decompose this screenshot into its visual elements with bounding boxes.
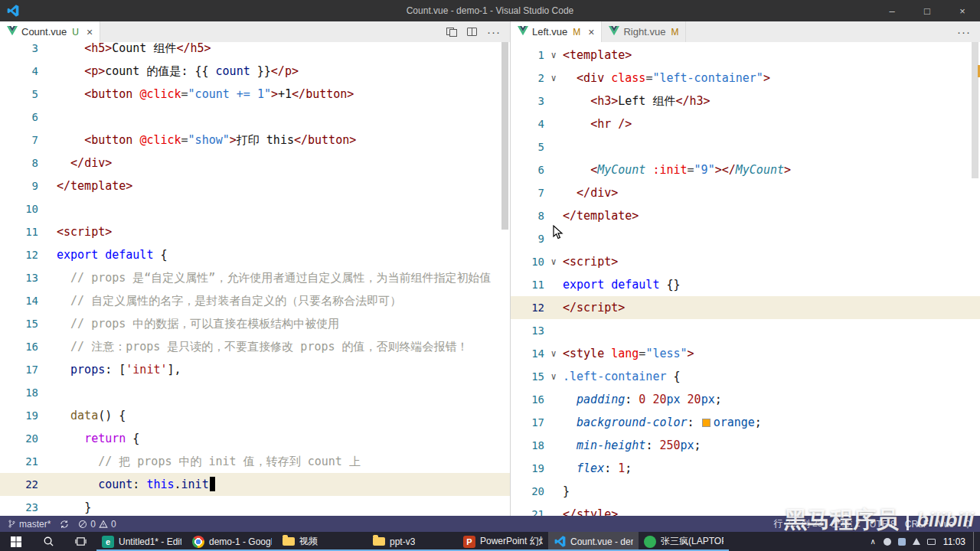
code-line-21[interactable]: 21</style>: [511, 503, 980, 516]
open-changes-icon[interactable]: [446, 28, 457, 37]
task-view-button[interactable]: [64, 532, 96, 551]
color-swatch-icon[interactable]: [702, 419, 710, 427]
editor-group-divider[interactable]: [510, 21, 511, 516]
fold-chevron-icon[interactable]: ∨: [544, 67, 563, 90]
code-line-3[interactable]: 3 <h5>Count 组件</h5>: [0, 42, 510, 60]
maximize-button[interactable]: □: [910, 0, 945, 21]
tray-icon[interactable]: [884, 538, 891, 546]
fold-chevron-icon[interactable]: ∨: [544, 250, 563, 273]
fold-chevron-icon[interactable]: ∨: [544, 365, 563, 388]
taskbar-app[interactable]: 视频: [277, 532, 368, 551]
notifications-bell-icon[interactable]: [963, 520, 972, 529]
problems-item[interactable]: 0 0: [78, 519, 116, 530]
code-line-23[interactable]: 23 }: [0, 496, 510, 516]
taskbar-app[interactable]: ppt-v3: [368, 532, 458, 551]
status-item[interactable]: CRLF: [905, 519, 929, 530]
code-line-9[interactable]: 9: [511, 227, 980, 250]
code-line-15[interactable]: 15∨.left-container {: [511, 365, 980, 388]
tab-left-vue[interactable]: Left.vue M ×: [511, 21, 602, 42]
code-line-13[interactable]: 13: [511, 319, 980, 342]
status-item[interactable]: 空格: 2: [831, 517, 860, 530]
minimize-button[interactable]: –: [874, 0, 910, 21]
status-item[interactable]: 行 22, 列 23: [773, 517, 822, 530]
fold-chevron-icon[interactable]: ∨: [544, 342, 563, 365]
code-line-10[interactable]: 10∨<script>: [511, 250, 980, 273]
taskbar-app[interactable]: 张三疯(LAPTOP-DJ2...: [639, 532, 729, 551]
clock[interactable]: 11:03: [943, 536, 965, 547]
line-number: 2: [511, 67, 544, 90]
code-line-16[interactable]: 16 padding: 0 20px 20px;: [511, 388, 980, 411]
code-line-5[interactable]: 5: [511, 135, 980, 158]
code-text: [563, 227, 980, 250]
code-line-14[interactable]: 14 // 自定义属性的名字，是封装者自定义的（只要名称合法即可）: [0, 289, 510, 312]
fold-chevron-icon[interactable]: ∨: [544, 44, 563, 67]
search-icon: [43, 536, 54, 547]
editor-count-vue[interactable]: 3 <h5>Count 组件</h5>4 <p>count 的值是: {{ co…: [0, 42, 510, 516]
search-button[interactable]: [32, 532, 64, 551]
code-text: // 自定义属性的名字，是封装者自定义的（只要名称合法即可）: [57, 289, 510, 312]
code-line-12[interactable]: 12export default {: [0, 243, 510, 266]
tab-right-vue[interactable]: Right.vue M: [602, 21, 686, 42]
code-line-21[interactable]: 21 // 把 props 中的 init 值，转存到 count 上: [0, 450, 510, 473]
more-actions-icon[interactable]: ···: [487, 25, 501, 38]
more-actions-icon[interactable]: ···: [957, 25, 971, 38]
status-item[interactable]: Vue: [938, 519, 954, 530]
code-line-11[interactable]: 11export default {}: [511, 273, 980, 296]
code-line-6[interactable]: 6 <MyCount :init="9"></MyCount>: [511, 158, 980, 181]
code-line-3[interactable]: 3 <h3>Left 组件</h3>: [511, 90, 980, 112]
code-line-19[interactable]: 19 flex: 1;: [511, 457, 980, 480]
close-button[interactable]: ×: [945, 0, 980, 21]
code-line-4[interactable]: 4 <p>count 的值是: {{ count }}</p>: [0, 60, 510, 83]
tab-close-icon[interactable]: ×: [87, 26, 93, 38]
code-line-10[interactable]: 10: [0, 197, 510, 220]
status-item[interactable]: UTF-8: [870, 519, 896, 530]
sync-changes-item[interactable]: [60, 520, 69, 529]
code-line-18[interactable]: 18 min-height: 250px;: [511, 434, 980, 457]
code-line-16[interactable]: 16 // 注意：props 是只读的，不要直接修改 props 的值，否则终端…: [0, 335, 510, 358]
code-line-6[interactable]: 6: [0, 106, 510, 129]
line-number: 3: [511, 90, 544, 112]
tray-icon[interactable]: [898, 538, 906, 546]
code-line-14[interactable]: 14∨<style lang="less">: [511, 342, 980, 365]
editor-left-vue[interactable]: 1∨<template>2∨ <div class="left-containe…: [511, 42, 980, 516]
code-line-1[interactable]: 1∨<template>: [511, 44, 980, 67]
code-line-17[interactable]: 17 props: ['init'],: [0, 358, 510, 381]
code-line-8[interactable]: 8</template>: [511, 204, 980, 227]
code-line-15[interactable]: 15 // props 中的数据，可以直接在模板结构中被使用: [0, 312, 510, 335]
show-desktop-button[interactable]: [973, 532, 977, 551]
start-button[interactable]: [0, 532, 32, 551]
code-line-13[interactable]: 13 // props 是“自定义属性”，允许使用者通过自定义属性，为当前组件指…: [0, 266, 510, 289]
code-text: }: [563, 480, 980, 503]
vscode-icon: [554, 536, 566, 548]
split-editor-icon[interactable]: [467, 28, 477, 36]
code-line-5[interactable]: 5 <button @click="count += 1">+1</button…: [0, 83, 510, 106]
code-line-7[interactable]: 7 </div>: [511, 181, 980, 204]
code-line-18[interactable]: 18: [0, 381, 510, 404]
code-line-20[interactable]: 20}: [511, 480, 980, 503]
vertical-scrollbar[interactable]: [972, 42, 978, 178]
taskbar-app[interactable]: eUntitled1* - EditPlus: [96, 532, 187, 551]
code-line-8[interactable]: 8 </div>: [0, 152, 510, 174]
taskbar-app[interactable]: PPowerPoint 幻灯片...: [458, 532, 548, 551]
branch-name: master*: [19, 519, 51, 530]
code-line-17[interactable]: 17 background-color: orange;: [511, 411, 980, 434]
tab-close-icon[interactable]: ×: [588, 26, 594, 38]
code-line-9[interactable]: 9</template>: [0, 174, 510, 197]
code-line-12[interactable]: 12</script>: [511, 296, 980, 319]
vertical-scrollbar[interactable]: [501, 42, 508, 230]
tab-count-vue[interactable]: Count.vue U ×: [0, 21, 100, 42]
tray-expand-icon[interactable]: ∧: [871, 537, 876, 546]
taskbar-app[interactable]: demo-1 - Google C...: [187, 532, 277, 551]
git-branch-item[interactable]: master*: [8, 519, 51, 530]
code-line-20[interactable]: 20 return {: [0, 427, 510, 450]
code-line-7[interactable]: 7 <button @click="show">打印 this</button>: [0, 129, 510, 152]
tray-icon[interactable]: [927, 539, 936, 545]
code-line-4[interactable]: 4 <hr />: [511, 112, 980, 135]
taskbar-app[interactable]: Count.vue - demo-...: [548, 532, 639, 551]
tray-icon[interactable]: [913, 538, 920, 545]
code-line-22[interactable]: 22 count: this.init: [0, 473, 510, 496]
code-line-11[interactable]: 11<script>: [0, 220, 510, 243]
code-line-2[interactable]: 2∨ <div class="left-container">: [511, 67, 980, 90]
code-line-19[interactable]: 19 data() {: [0, 404, 510, 427]
folder-icon: [373, 537, 385, 546]
